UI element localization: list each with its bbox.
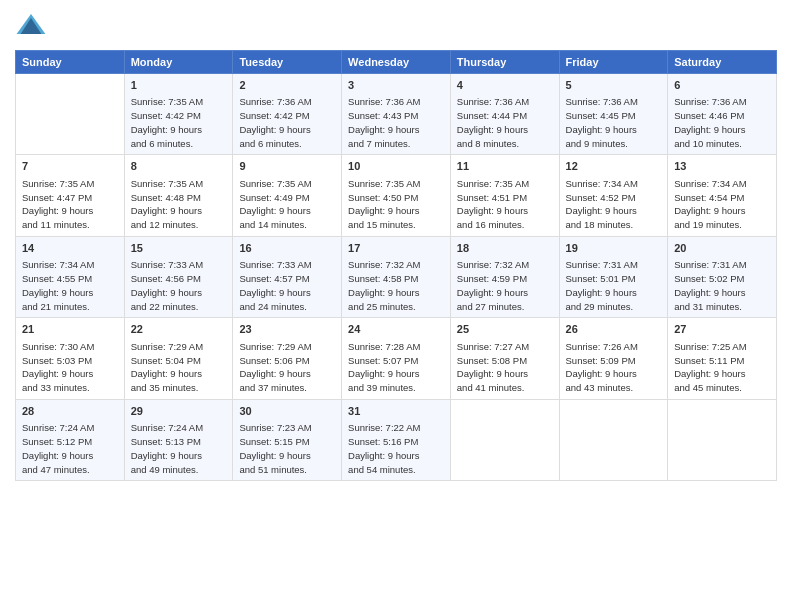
cell-content: Sunrise: 7:35 AMSunset: 4:48 PMDaylight:… bbox=[131, 177, 227, 232]
calendar-cell: 18Sunrise: 7:32 AMSunset: 4:59 PMDayligh… bbox=[450, 236, 559, 317]
cell-content: Sunrise: 7:28 AMSunset: 5:07 PMDaylight:… bbox=[348, 340, 444, 395]
day-number: 29 bbox=[131, 404, 227, 419]
calendar-header-row: SundayMondayTuesdayWednesdayThursdayFrid… bbox=[16, 51, 777, 74]
day-number: 1 bbox=[131, 78, 227, 93]
cell-content: Sunrise: 7:34 AMSunset: 4:55 PMDaylight:… bbox=[22, 258, 118, 313]
cell-content: Sunrise: 7:33 AMSunset: 4:57 PMDaylight:… bbox=[239, 258, 335, 313]
logo-icon bbox=[15, 10, 47, 42]
calendar-cell bbox=[559, 399, 668, 480]
cell-content: Sunrise: 7:31 AMSunset: 5:01 PMDaylight:… bbox=[566, 258, 662, 313]
calendar-cell: 26Sunrise: 7:26 AMSunset: 5:09 PMDayligh… bbox=[559, 318, 668, 399]
day-number: 31 bbox=[348, 404, 444, 419]
day-number: 14 bbox=[22, 241, 118, 256]
day-number: 27 bbox=[674, 322, 770, 337]
day-number: 18 bbox=[457, 241, 553, 256]
cell-content: Sunrise: 7:36 AMSunset: 4:46 PMDaylight:… bbox=[674, 95, 770, 150]
day-number: 22 bbox=[131, 322, 227, 337]
day-number: 3 bbox=[348, 78, 444, 93]
day-number: 24 bbox=[348, 322, 444, 337]
day-number: 7 bbox=[22, 159, 118, 174]
cell-content: Sunrise: 7:29 AMSunset: 5:06 PMDaylight:… bbox=[239, 340, 335, 395]
cell-content: Sunrise: 7:29 AMSunset: 5:04 PMDaylight:… bbox=[131, 340, 227, 395]
calendar-cell: 11Sunrise: 7:35 AMSunset: 4:51 PMDayligh… bbox=[450, 155, 559, 236]
cell-content: Sunrise: 7:26 AMSunset: 5:09 PMDaylight:… bbox=[566, 340, 662, 395]
calendar-cell: 14Sunrise: 7:34 AMSunset: 4:55 PMDayligh… bbox=[16, 236, 125, 317]
cell-content: Sunrise: 7:23 AMSunset: 5:15 PMDaylight:… bbox=[239, 421, 335, 476]
calendar-cell: 21Sunrise: 7:30 AMSunset: 5:03 PMDayligh… bbox=[16, 318, 125, 399]
calendar-cell: 17Sunrise: 7:32 AMSunset: 4:58 PMDayligh… bbox=[342, 236, 451, 317]
cell-content: Sunrise: 7:30 AMSunset: 5:03 PMDaylight:… bbox=[22, 340, 118, 395]
day-number: 5 bbox=[566, 78, 662, 93]
calendar-cell: 1Sunrise: 7:35 AMSunset: 4:42 PMDaylight… bbox=[124, 74, 233, 155]
calendar-cell: 12Sunrise: 7:34 AMSunset: 4:52 PMDayligh… bbox=[559, 155, 668, 236]
day-number: 8 bbox=[131, 159, 227, 174]
calendar-cell: 22Sunrise: 7:29 AMSunset: 5:04 PMDayligh… bbox=[124, 318, 233, 399]
calendar-cell: 24Sunrise: 7:28 AMSunset: 5:07 PMDayligh… bbox=[342, 318, 451, 399]
calendar-cell: 7Sunrise: 7:35 AMSunset: 4:47 PMDaylight… bbox=[16, 155, 125, 236]
calendar-week-row: 21Sunrise: 7:30 AMSunset: 5:03 PMDayligh… bbox=[16, 318, 777, 399]
calendar-week-row: 1Sunrise: 7:35 AMSunset: 4:42 PMDaylight… bbox=[16, 74, 777, 155]
cell-content: Sunrise: 7:36 AMSunset: 4:43 PMDaylight:… bbox=[348, 95, 444, 150]
cell-content: Sunrise: 7:34 AMSunset: 4:52 PMDaylight:… bbox=[566, 177, 662, 232]
calendar-cell: 9Sunrise: 7:35 AMSunset: 4:49 PMDaylight… bbox=[233, 155, 342, 236]
day-number: 11 bbox=[457, 159, 553, 174]
col-header-thursday: Thursday bbox=[450, 51, 559, 74]
header bbox=[15, 10, 777, 42]
calendar-cell: 3Sunrise: 7:36 AMSunset: 4:43 PMDaylight… bbox=[342, 74, 451, 155]
col-header-sunday: Sunday bbox=[16, 51, 125, 74]
cell-content: Sunrise: 7:36 AMSunset: 4:44 PMDaylight:… bbox=[457, 95, 553, 150]
cell-content: Sunrise: 7:32 AMSunset: 4:58 PMDaylight:… bbox=[348, 258, 444, 313]
calendar-cell: 13Sunrise: 7:34 AMSunset: 4:54 PMDayligh… bbox=[668, 155, 777, 236]
day-number: 23 bbox=[239, 322, 335, 337]
day-number: 17 bbox=[348, 241, 444, 256]
calendar-cell: 16Sunrise: 7:33 AMSunset: 4:57 PMDayligh… bbox=[233, 236, 342, 317]
cell-content: Sunrise: 7:32 AMSunset: 4:59 PMDaylight:… bbox=[457, 258, 553, 313]
calendar-cell: 15Sunrise: 7:33 AMSunset: 4:56 PMDayligh… bbox=[124, 236, 233, 317]
cell-content: Sunrise: 7:22 AMSunset: 5:16 PMDaylight:… bbox=[348, 421, 444, 476]
calendar-week-row: 7Sunrise: 7:35 AMSunset: 4:47 PMDaylight… bbox=[16, 155, 777, 236]
calendar-week-row: 14Sunrise: 7:34 AMSunset: 4:55 PMDayligh… bbox=[16, 236, 777, 317]
day-number: 26 bbox=[566, 322, 662, 337]
calendar-cell: 4Sunrise: 7:36 AMSunset: 4:44 PMDaylight… bbox=[450, 74, 559, 155]
calendar-cell: 29Sunrise: 7:24 AMSunset: 5:13 PMDayligh… bbox=[124, 399, 233, 480]
calendar-cell: 5Sunrise: 7:36 AMSunset: 4:45 PMDaylight… bbox=[559, 74, 668, 155]
calendar-cell: 30Sunrise: 7:23 AMSunset: 5:15 PMDayligh… bbox=[233, 399, 342, 480]
cell-content: Sunrise: 7:36 AMSunset: 4:42 PMDaylight:… bbox=[239, 95, 335, 150]
cell-content: Sunrise: 7:24 AMSunset: 5:12 PMDaylight:… bbox=[22, 421, 118, 476]
col-header-wednesday: Wednesday bbox=[342, 51, 451, 74]
col-header-tuesday: Tuesday bbox=[233, 51, 342, 74]
page: SundayMondayTuesdayWednesdayThursdayFrid… bbox=[0, 0, 792, 612]
day-number: 21 bbox=[22, 322, 118, 337]
cell-content: Sunrise: 7:35 AMSunset: 4:42 PMDaylight:… bbox=[131, 95, 227, 150]
calendar-cell: 19Sunrise: 7:31 AMSunset: 5:01 PMDayligh… bbox=[559, 236, 668, 317]
col-header-monday: Monday bbox=[124, 51, 233, 74]
cell-content: Sunrise: 7:33 AMSunset: 4:56 PMDaylight:… bbox=[131, 258, 227, 313]
calendar-cell bbox=[668, 399, 777, 480]
cell-content: Sunrise: 7:35 AMSunset: 4:47 PMDaylight:… bbox=[22, 177, 118, 232]
calendar-cell: 23Sunrise: 7:29 AMSunset: 5:06 PMDayligh… bbox=[233, 318, 342, 399]
cell-content: Sunrise: 7:35 AMSunset: 4:50 PMDaylight:… bbox=[348, 177, 444, 232]
cell-content: Sunrise: 7:35 AMSunset: 4:49 PMDaylight:… bbox=[239, 177, 335, 232]
col-header-saturday: Saturday bbox=[668, 51, 777, 74]
day-number: 9 bbox=[239, 159, 335, 174]
day-number: 20 bbox=[674, 241, 770, 256]
calendar-cell: 6Sunrise: 7:36 AMSunset: 4:46 PMDaylight… bbox=[668, 74, 777, 155]
calendar-cell: 31Sunrise: 7:22 AMSunset: 5:16 PMDayligh… bbox=[342, 399, 451, 480]
cell-content: Sunrise: 7:27 AMSunset: 5:08 PMDaylight:… bbox=[457, 340, 553, 395]
calendar-cell: 10Sunrise: 7:35 AMSunset: 4:50 PMDayligh… bbox=[342, 155, 451, 236]
cell-content: Sunrise: 7:31 AMSunset: 5:02 PMDaylight:… bbox=[674, 258, 770, 313]
cell-content: Sunrise: 7:34 AMSunset: 4:54 PMDaylight:… bbox=[674, 177, 770, 232]
calendar-cell: 25Sunrise: 7:27 AMSunset: 5:08 PMDayligh… bbox=[450, 318, 559, 399]
calendar-week-row: 28Sunrise: 7:24 AMSunset: 5:12 PMDayligh… bbox=[16, 399, 777, 480]
day-number: 25 bbox=[457, 322, 553, 337]
day-number: 16 bbox=[239, 241, 335, 256]
cell-content: Sunrise: 7:25 AMSunset: 5:11 PMDaylight:… bbox=[674, 340, 770, 395]
day-number: 28 bbox=[22, 404, 118, 419]
day-number: 30 bbox=[239, 404, 335, 419]
day-number: 10 bbox=[348, 159, 444, 174]
calendar-table: SundayMondayTuesdayWednesdayThursdayFrid… bbox=[15, 50, 777, 481]
day-number: 13 bbox=[674, 159, 770, 174]
day-number: 19 bbox=[566, 241, 662, 256]
cell-content: Sunrise: 7:35 AMSunset: 4:51 PMDaylight:… bbox=[457, 177, 553, 232]
calendar-cell: 20Sunrise: 7:31 AMSunset: 5:02 PMDayligh… bbox=[668, 236, 777, 317]
